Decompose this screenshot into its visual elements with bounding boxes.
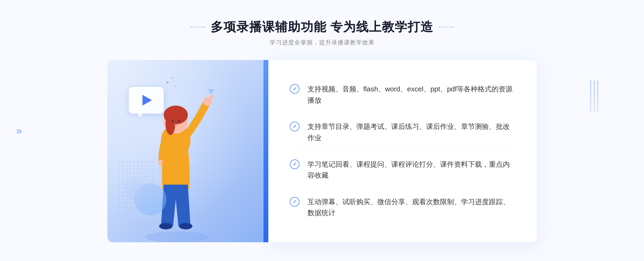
deco-dot xyxy=(198,26,200,28)
check-circle-2: ✓ xyxy=(290,122,299,131)
check-icon-4: ✓ xyxy=(290,197,299,207)
feature-text-2: 支持章节目录、弹题考试、课后练习、课后作业、章节测验、批改作业 xyxy=(308,121,515,143)
sub-title: 学习进度全掌握，提升录播课教学效果 xyxy=(190,39,454,47)
stripe-1 xyxy=(590,80,591,113)
right-content-section: ✓ 支持视频、音频、flash、word、excel、ppt、pdf等各种格式的… xyxy=(268,60,537,242)
feature-text-4: 互动弹幕、试听购买、微信分享、观看次数限制、学习进度跟踪、数据统计 xyxy=(308,196,515,219)
left-arrow-decoration: » xyxy=(16,126,22,135)
left-image-section xyxy=(107,60,268,242)
header-section: 多项录播课辅助功能 专为线上教学打造 学习进度全掌握，提升录播课教学效果 xyxy=(190,0,454,47)
deco-circle-small xyxy=(123,178,145,199)
deco-dot xyxy=(441,26,443,28)
stripe-2 xyxy=(594,80,595,113)
deco-dot xyxy=(452,26,454,28)
deco-dot xyxy=(439,26,440,28)
svg-point-8 xyxy=(178,120,180,122)
stripes-decoration xyxy=(590,80,598,113)
deco-dot xyxy=(201,26,203,28)
deco-dot xyxy=(190,26,192,28)
feature-text-3: 学习笔记回看、课程提问、课程评论打分、课件资料下载，重点内容收藏 xyxy=(308,159,515,181)
feature-text-1: 支持视频、音频、flash、word、excel、ppt、pdf等各种格式的资源… xyxy=(308,84,515,106)
deco-dot xyxy=(447,26,448,28)
svg-point-6 xyxy=(166,114,175,135)
deco-dot xyxy=(449,26,451,28)
deco-dot xyxy=(193,26,195,28)
check-mark-3: ✓ xyxy=(293,162,297,167)
check-icon-1: ✓ xyxy=(290,84,299,94)
check-mark-1: ✓ xyxy=(293,87,297,91)
main-content: ✓ 支持视频、音频、flash、word、excel、ppt、pdf等各种格式的… xyxy=(107,60,537,242)
header-decorators: 多项录播课辅助功能 专为线上教学打造 xyxy=(190,19,454,35)
svg-point-2 xyxy=(145,232,209,242)
check-icon-3: ✓ xyxy=(290,159,299,169)
svg-point-12 xyxy=(179,223,192,229)
feature-item-1: ✓ 支持视频、音频、flash、word、excel、ppt、pdf等各种格式的… xyxy=(290,76,515,114)
check-icon-2: ✓ xyxy=(290,122,299,131)
svg-point-7 xyxy=(171,120,174,122)
check-circle-4: ✓ xyxy=(290,197,299,207)
check-circle-1: ✓ xyxy=(290,84,299,94)
feature-item-2: ✓ 支持章节目录、弹题考试、课后练习、课后作业、章节测验、批改作业 xyxy=(290,114,515,151)
check-mark-2: ✓ xyxy=(293,124,297,129)
deco-dot xyxy=(196,26,197,28)
feature-item-4: ✓ 互动弹幕、试听购买、微信分享、观看次数限制、学习进度跟踪、数据统计 xyxy=(290,189,515,226)
blue-bar xyxy=(264,60,268,242)
chevron-left-icon: » xyxy=(16,126,22,135)
deco-dot xyxy=(204,26,205,28)
svg-point-11 xyxy=(159,223,173,229)
check-circle-3: ✓ xyxy=(290,159,299,169)
feature-item-3: ✓ 学习笔记回看、课程提问、课程评论打分、课件资料下载，重点内容收藏 xyxy=(290,151,515,189)
page-container: » 多项录播课辅助功能 专为线上教学打造 xyxy=(0,0,644,261)
main-title: 多项录播课辅助功能 专为线上教学打造 xyxy=(211,19,434,35)
person-illustration xyxy=(129,87,220,242)
check-mark-4: ✓ xyxy=(293,199,297,204)
deco-dot xyxy=(444,26,446,28)
stripe-3 xyxy=(597,80,598,113)
